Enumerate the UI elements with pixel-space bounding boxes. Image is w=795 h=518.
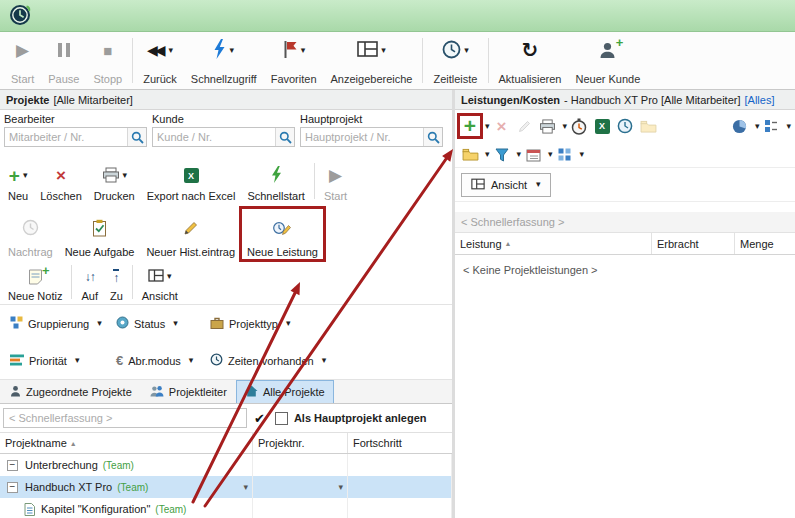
print-button[interactable] — [537, 115, 559, 137]
zu-button[interactable]: ↑ Zu — [104, 260, 129, 304]
start-project-label: Start — [324, 190, 347, 202]
column-header-projektnr[interactable]: Projektnr. — [253, 433, 348, 453]
kunde-filter: Kunde — [152, 112, 295, 153]
tab-alle-projekte[interactable]: Alle Projekte — [236, 380, 334, 403]
prioritaet-button[interactable]: Priorität ▾ — [4, 350, 102, 372]
search-button[interactable] — [275, 128, 294, 146]
search-button[interactable] — [423, 128, 442, 146]
chevron-down-icon[interactable]: ▾ — [755, 122, 760, 131]
chevron-down-icon[interactable]: ▾ — [97, 319, 102, 328]
column-header-projektname[interactable]: Projektname ▲ — [0, 433, 253, 453]
chevron-down-icon[interactable]: ▾ — [580, 150, 585, 159]
zeiten-vorhanden-button[interactable]: Zeiten vorhanden ▾ — [204, 349, 332, 372]
folder-view-button[interactable] — [459, 144, 481, 166]
project-type-icon — [210, 317, 224, 331]
tab-zugeordnete-projekte[interactable]: Zugeordnete Projekte — [1, 380, 141, 403]
chevron-down-icon[interactable]: ▾ — [536, 180, 541, 189]
schnellzugriff-button[interactable]: ▾ Schnellzugriff — [184, 33, 264, 88]
neuer-hist-eintrag-button[interactable]: Neuer Hist.eintrag — [140, 208, 241, 260]
chevron-down-icon[interactable]: ▾ — [485, 122, 490, 131]
neue-leistung-button[interactable]: Neue Leistung — [241, 208, 324, 260]
chevron-down-icon[interactable]: ▾ — [173, 319, 178, 328]
auf-button[interactable]: ↓↑ Auf — [75, 260, 104, 304]
services-quick-entry: < Schnellerfassung > — [455, 212, 795, 233]
aktualisieren-button[interactable]: ↻ Aktualisieren — [492, 33, 569, 88]
neu-button[interactable]: + ▾ Neu — [2, 158, 34, 204]
auf-label: Auf — [81, 290, 98, 302]
chevron-down-icon[interactable]: ▾ — [517, 150, 522, 159]
inline-dropdown-icon[interactable]: ▾ — [243, 482, 248, 492]
services-panel: Leistungen/Kosten - Handbuch XT Pro [All… — [455, 90, 795, 518]
inline-dropdown-icon[interactable]: ▾ — [338, 482, 343, 492]
chevron-down-icon[interactable]: ▾ — [381, 46, 386, 55]
zeitleiste-button[interactable]: ▾ Zeitleiste — [426, 33, 484, 88]
favoriten-button[interactable]: ▾ Favoriten — [264, 33, 324, 88]
table-row[interactable]: Kapitel "Konfiguration" (Team) — [0, 498, 452, 518]
column-header-erbracht[interactable]: Erbracht — [652, 233, 735, 254]
checklist-button[interactable] — [760, 115, 782, 137]
layout-icon — [148, 269, 164, 284]
chevron-down-icon[interactable]: ▾ — [189, 356, 194, 365]
chevron-down-icon[interactable]: ▾ — [23, 171, 28, 180]
ansicht-button[interactable]: ▾ Ansicht — [136, 260, 184, 304]
services-toolbar-row2: ▾ ▾ ▾ ▾ — [455, 142, 795, 168]
neuer-kunde-button[interactable]: + Neuer Kunde — [568, 33, 647, 88]
gruppierung-button[interactable]: Gruppierung ▾ — [4, 312, 102, 335]
excel-export-button[interactable]: X — [591, 115, 613, 137]
table-row-selected[interactable]: − Handbuch XT Pro (Team) ▾ ▾ — [0, 476, 452, 498]
abrmodus-button[interactable]: € Abr.modus ▾ — [110, 350, 190, 371]
house-icon — [245, 385, 258, 399]
zurueck-button[interactable]: ◀◀ ▾ Zurück — [136, 33, 184, 88]
chevron-down-icon[interactable]: ▾ — [229, 46, 234, 55]
confirm-check-icon[interactable]: ✔ — [251, 412, 268, 425]
toolbar-separator — [71, 265, 72, 299]
neue-aufgabe-button[interactable]: Neue Aufgabe — [59, 208, 141, 260]
time-overview-button[interactable] — [614, 115, 636, 137]
hauptprojekt-checkbox[interactable] — [275, 412, 288, 425]
column-header-fortschritt[interactable]: Fortschritt — [348, 433, 452, 453]
alles-link[interactable]: [Alles] — [745, 94, 775, 106]
zeitleiste-label: Zeitleiste — [433, 73, 477, 85]
stopwatch-button[interactable] — [568, 115, 590, 137]
pie-chart-button[interactable] — [729, 115, 751, 137]
export-excel-button[interactable]: X Export nach Excel — [141, 158, 242, 204]
services-ansicht-button[interactable]: Ansicht ▾ — [461, 173, 551, 197]
add-service-button[interactable]: + — [459, 115, 481, 137]
chevron-down-icon[interactable]: ▾ — [123, 171, 128, 180]
drucken-button[interactable]: ▾ Drucken — [88, 158, 141, 204]
collapse-expander-icon[interactable]: − — [7, 460, 18, 471]
kunde-input[interactable] — [153, 128, 275, 146]
delete-icon: × — [497, 118, 507, 135]
chevron-down-icon[interactable]: ▾ — [301, 46, 306, 55]
tab-projektleiter-label: Projektleiter — [169, 386, 227, 398]
projekttyp-button[interactable]: Projekttyp ▾ — [204, 313, 296, 335]
loeschen-button[interactable]: × Löschen — [34, 158, 88, 204]
bearbeiter-input[interactable] — [5, 128, 127, 146]
chevron-down-icon[interactable]: ▾ — [485, 150, 490, 159]
status-button[interactable]: Status ▾ — [110, 312, 190, 335]
column-header-leistung[interactable]: Leistung ▲ — [455, 233, 652, 254]
blocks-button[interactable] — [554, 144, 576, 166]
tab-projektleiter[interactable]: Projektleiter — [141, 380, 236, 403]
neue-notiz-button[interactable]: + Neue Notiz — [2, 260, 68, 304]
chevron-down-icon[interactable]: ▾ — [169, 46, 174, 55]
chevron-down-icon[interactable]: ▾ — [75, 356, 80, 365]
calendar-button[interactable] — [522, 144, 544, 166]
chevron-down-icon[interactable]: ▾ — [167, 272, 172, 281]
collapse-expander-icon[interactable]: − — [7, 482, 18, 493]
chevron-down-icon[interactable]: ▾ — [464, 46, 469, 55]
neuer-hist-eintrag-label: Neuer Hist.eintrag — [146, 246, 235, 258]
chevron-down-icon[interactable]: ▾ — [548, 150, 553, 159]
chevron-down-icon[interactable]: ▾ — [563, 122, 568, 131]
chevron-down-icon[interactable]: ▾ — [286, 319, 291, 328]
column-header-menge[interactable]: Menge — [735, 233, 795, 254]
filter-button[interactable] — [491, 144, 513, 166]
search-button[interactable] — [127, 128, 146, 146]
chevron-down-icon[interactable]: ▾ — [786, 122, 791, 131]
anzeigebereiche-button[interactable]: ▾ Anzeigebereiche — [324, 33, 420, 88]
hauptprojekt-input[interactable] — [301, 128, 423, 146]
quick-entry-input[interactable] — [3, 408, 247, 428]
chevron-down-icon[interactable]: ▾ — [322, 356, 327, 365]
schnellstart-button[interactable]: Schnellstart — [241, 158, 310, 204]
table-row[interactable]: − Unterbrechung (Team) — [0, 454, 452, 476]
